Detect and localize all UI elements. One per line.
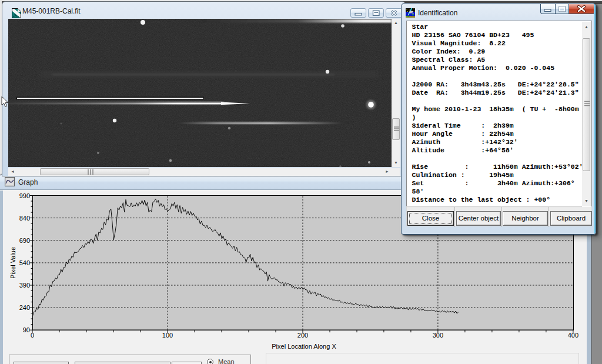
svg-text:840: 840 xyxy=(19,215,30,222)
svg-text:990: 990 xyxy=(19,192,30,199)
svg-text:90: 90 xyxy=(23,326,30,333)
svg-text:390: 390 xyxy=(19,282,30,289)
svg-text:240: 240 xyxy=(19,304,30,311)
svg-text:300: 300 xyxy=(433,332,443,339)
svg-text:Pixel Location Along X: Pixel Location Along X xyxy=(272,343,336,350)
svg-text:540: 540 xyxy=(19,259,30,266)
svg-text:Pixel Value: Pixel Value xyxy=(9,247,16,279)
svg-text:690: 690 xyxy=(19,237,30,244)
svg-text:400: 400 xyxy=(568,332,578,339)
svg-text:0: 0 xyxy=(31,332,34,339)
svg-text:200: 200 xyxy=(297,332,308,339)
svg-text:100: 100 xyxy=(162,332,173,339)
